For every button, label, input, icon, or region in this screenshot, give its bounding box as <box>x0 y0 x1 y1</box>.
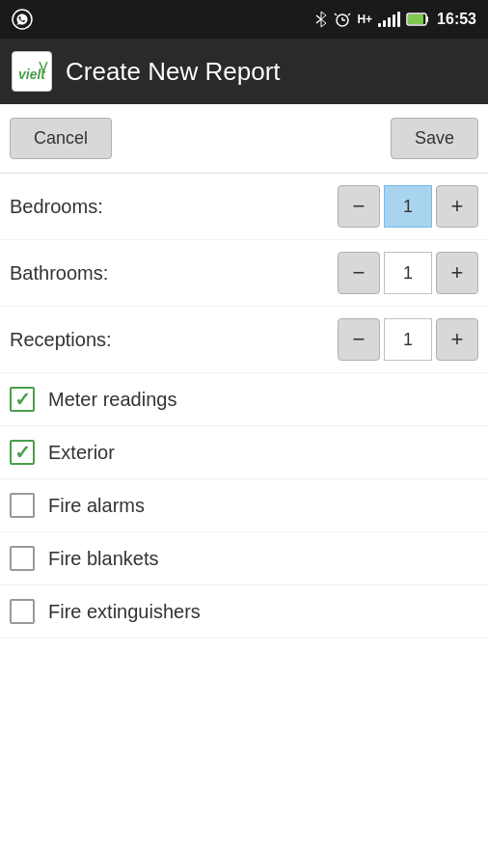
signal-bars-icon <box>378 12 400 27</box>
checkbox-row-fire-alarms: Fire alarms <box>0 479 488 532</box>
status-bar-right: H+ 16:53 <box>314 11 476 28</box>
svg-rect-10 <box>408 14 423 24</box>
checkbox-label-meter-readings: Meter readings <box>48 389 176 411</box>
title-bar: vielt Create New Report <box>0 39 488 104</box>
bedrooms-decrement[interactable]: − <box>338 185 380 228</box>
status-bar-left <box>12 9 33 30</box>
cancel-button[interactable]: Cancel <box>10 118 112 159</box>
bathrooms-controls: − 1 + <box>338 252 478 294</box>
checkbox-meter-readings[interactable]: ✓ <box>10 387 35 412</box>
svg-line-1 <box>316 15 321 19</box>
receptions-increment[interactable]: + <box>436 318 478 361</box>
app-logo: vielt <box>12 51 52 92</box>
receptions-label: Receptions: <box>10 329 112 351</box>
svg-rect-9 <box>426 16 428 22</box>
battery-icon <box>406 13 429 26</box>
receptions-decrement[interactable]: − <box>338 318 380 361</box>
status-bar: H+ 16:53 <box>0 0 488 39</box>
svg-line-7 <box>348 14 350 15</box>
bedrooms-value[interactable]: 1 <box>384 185 432 228</box>
bedrooms-controls: − 1 + <box>338 185 478 228</box>
svg-line-2 <box>316 19 321 23</box>
bathrooms-decrement[interactable]: − <box>338 252 380 294</box>
checkbox-label-exterior: Exterior <box>48 442 115 464</box>
checkbox-fire-blankets[interactable] <box>10 546 35 571</box>
action-row: Cancel Save <box>0 104 488 174</box>
checkbox-exterior[interactable]: ✓ <box>10 440 35 465</box>
checkbox-fire-alarms[interactable] <box>10 493 35 518</box>
checkbox-list: ✓Meter readings✓ExteriorFire alarmsFire … <box>0 373 488 638</box>
main-content: Cancel Save Bedrooms: − 1 + Bathrooms: −… <box>0 104 488 638</box>
checkbox-row-meter-readings: ✓Meter readings <box>0 373 488 426</box>
bedrooms-increment[interactable]: + <box>436 185 478 228</box>
save-button[interactable]: Save <box>391 118 478 159</box>
page-title: Create New Report <box>66 57 281 87</box>
bathrooms-label: Bathrooms: <box>10 262 108 285</box>
receptions-row: Receptions: − 1 + <box>0 307 488 373</box>
checkbox-fire-extinguishers[interactable] <box>10 599 35 624</box>
bedrooms-label: Bedrooms: <box>10 196 103 218</box>
receptions-value[interactable]: 1 <box>384 318 432 361</box>
status-time: 16:53 <box>437 11 476 28</box>
bathrooms-increment[interactable]: + <box>436 252 478 294</box>
network-icon: H+ <box>357 13 372 26</box>
checkbox-row-fire-extinguishers: Fire extinguishers <box>0 585 488 638</box>
whatsapp-icon <box>12 9 33 30</box>
checkbox-row-fire-blankets: Fire blankets <box>0 532 488 585</box>
checkbox-label-fire-blankets: Fire blankets <box>48 548 159 570</box>
alarm-icon <box>334 11 351 28</box>
bathrooms-row: Bathrooms: − 1 + <box>0 240 488 307</box>
svg-line-6 <box>335 14 337 15</box>
receptions-controls: − 1 + <box>338 318 478 361</box>
checkbox-row-exterior: ✓Exterior <box>0 426 488 479</box>
bathrooms-value[interactable]: 1 <box>384 252 432 294</box>
bedrooms-row: Bedrooms: − 1 + <box>0 174 488 240</box>
checkbox-label-fire-extinguishers: Fire extinguishers <box>48 601 201 623</box>
checkbox-label-fire-alarms: Fire alarms <box>48 495 145 517</box>
bluetooth-icon <box>314 11 328 28</box>
